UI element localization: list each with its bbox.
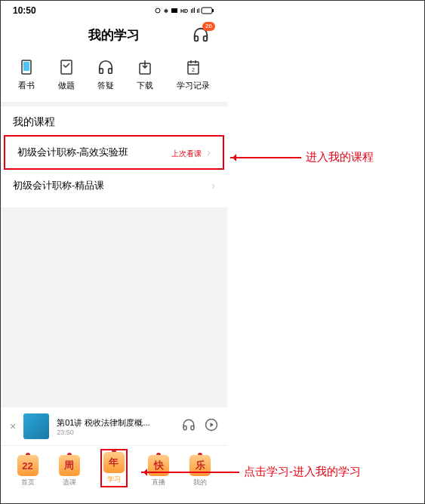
headphone-icon: [97, 59, 114, 75]
phone-frame: 10:50 ✻HD 我的学习 26 看书 做题 答疑 下载 2 学习: [1, 1, 227, 499]
svg-text:✻: ✻: [164, 8, 168, 14]
chevron-right-icon: ›: [211, 180, 215, 192]
annotation-study: 点击学习-进入我的学习: [244, 465, 361, 479]
toolbar-label: 答疑: [97, 80, 114, 91]
svg-rect-10: [212, 9, 214, 12]
toolbar-history[interactable]: 2 学习记录: [177, 59, 210, 91]
section-title: 我的课程: [1, 106, 227, 135]
book-icon: [18, 59, 35, 75]
player-close-button[interactable]: ×: [10, 420, 16, 432]
svg-rect-4: [191, 9, 192, 13]
nav-label: 选课: [63, 478, 76, 487]
player-thumbnail[interactable]: [23, 413, 49, 439]
course-tag: 上次看课: [171, 149, 202, 158]
svg-point-0: [156, 8, 160, 13]
nav-study[interactable]: 年 学习: [100, 449, 128, 487]
svg-text:2: 2: [192, 67, 195, 72]
calendar-icon: 2: [185, 59, 202, 75]
nav-home[interactable]: 22 首页: [17, 455, 38, 487]
svg-rect-7: [197, 9, 198, 13]
nav-label: 首页: [21, 478, 35, 487]
nav-courses[interactable]: 周 选课: [59, 455, 80, 487]
nav-label: 学习: [107, 475, 121, 484]
download-icon: [137, 59, 153, 75]
toolbar-label: 看书: [18, 80, 35, 91]
bottom-nav: 22 首页 周 选课 年 学习 快 直播 乐 我的: [1, 445, 227, 492]
chevron-right-icon: ›: [207, 146, 211, 158]
svg-rect-5: [192, 8, 193, 13]
toolbar-download[interactable]: 下载: [137, 59, 153, 91]
header: 我的学习 26: [1, 17, 227, 50]
course-item-highlighted[interactable]: 初级会计职称-高效实验班 上次看课 ›: [4, 135, 224, 170]
svg-text:HD: HD: [180, 8, 188, 14]
toolbar-exercise[interactable]: 做题: [58, 59, 75, 91]
annotation-arrow: [141, 472, 239, 473]
player-title: 第01讲 税收法律制度概...: [57, 417, 174, 429]
document-icon: [58, 59, 75, 75]
nav-label: 直播: [152, 478, 165, 487]
svg-rect-12: [23, 62, 29, 71]
toolbar-qa[interactable]: 答疑: [97, 59, 114, 91]
svg-rect-6: [194, 8, 195, 13]
svg-rect-2: [171, 8, 177, 13]
toolbar-label: 做题: [58, 80, 75, 91]
headphone-icon[interactable]: [182, 418, 196, 435]
play-icon[interactable]: [205, 418, 218, 435]
nav-icon-study: 年: [103, 452, 125, 473]
status-indicators: ✻HD: [155, 7, 215, 14]
player-info[interactable]: 第01讲 税收法律制度概... 23:50: [57, 417, 174, 436]
status-time: 10:50: [13, 5, 36, 16]
svg-rect-8: [199, 8, 199, 13]
player-time: 23:50: [57, 429, 174, 436]
toolbar-read[interactable]: 看书: [18, 59, 35, 91]
course-label: 初级会计职称-高效实验班: [17, 146, 128, 159]
svg-rect-9: [202, 8, 212, 14]
notification-badge: 26: [202, 22, 215, 31]
status-bar: 10:50 ✻HD: [1, 1, 227, 17]
toolbar-label: 下载: [137, 80, 153, 91]
content-area: [1, 207, 227, 407]
nav-icon-home: 22: [17, 455, 38, 476]
annotation-courses: 进入我的课程: [306, 150, 374, 164]
customer-service-button[interactable]: 26: [192, 26, 209, 46]
annotation-arrow: [230, 157, 301, 158]
course-label: 初级会计职称-精品课: [13, 179, 104, 192]
nav-label: 我的: [193, 478, 207, 487]
toolbar-label: 学习记录: [177, 80, 210, 91]
toolbar: 看书 做题 答疑 下载 2 学习记录: [1, 50, 227, 106]
nav-icon-courses: 周: [59, 455, 80, 476]
course-item[interactable]: 初级会计职称-精品课 ›: [1, 170, 227, 201]
player-bar: × 第01讲 税收法律制度概... 23:50: [1, 407, 227, 445]
header-title: 我的学习: [88, 26, 140, 44]
